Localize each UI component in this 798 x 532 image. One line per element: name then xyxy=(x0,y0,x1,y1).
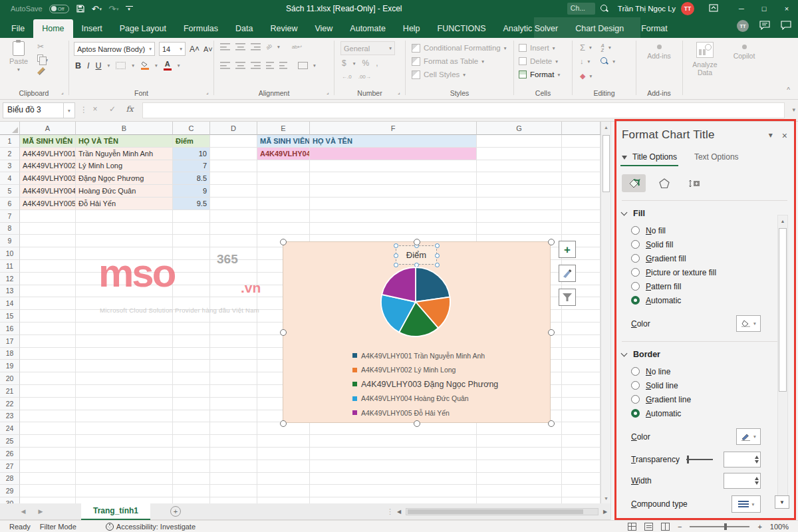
row-header-1[interactable]: 1 xyxy=(0,135,20,148)
cell[interactable] xyxy=(76,360,173,372)
hscroll-left-icon[interactable]: ◀ xyxy=(394,509,404,515)
copy-button[interactable]: ▾ xyxy=(37,55,48,64)
cell[interactable] xyxy=(76,448,173,460)
legend-item[interactable]: A4K49VLHY002 Lý Minh Long xyxy=(352,363,498,378)
cell[interactable] xyxy=(20,235,76,247)
pane-close-icon[interactable]: × xyxy=(782,130,787,141)
wrap-text-icon[interactable]: ab↩ xyxy=(292,44,303,50)
cell[interactable] xyxy=(562,223,600,235)
italic-icon[interactable]: I xyxy=(87,61,89,70)
grow-font-icon[interactable]: A˄ xyxy=(190,45,200,54)
bold-icon[interactable]: B xyxy=(75,61,81,70)
cell[interactable] xyxy=(76,223,173,235)
close-button[interactable]: × xyxy=(775,0,798,17)
chart-selection-handle[interactable] xyxy=(548,329,555,336)
cell[interactable] xyxy=(20,422,76,435)
row-header-20[interactable]: 20 xyxy=(0,372,20,385)
col-header-D[interactable]: D xyxy=(210,122,257,135)
tab-insert[interactable]: Insert xyxy=(73,19,111,38)
cell[interactable] xyxy=(173,398,210,410)
row-header-2[interactable]: 2 xyxy=(0,148,20,160)
row-header-21[interactable]: 21 xyxy=(0,385,20,398)
cell[interactable] xyxy=(477,185,562,198)
fill-section-header[interactable]: Fill xyxy=(622,209,787,218)
cell-B4[interactable]: Đặng Ngọc Phương xyxy=(76,172,173,185)
radio-automatic[interactable]: Automatic xyxy=(631,406,787,420)
cell[interactable] xyxy=(76,385,173,398)
cell-F1[interactable]: HỌ VÀ TÊN xyxy=(310,135,477,148)
cell[interactable] xyxy=(310,148,477,160)
cell[interactable] xyxy=(210,235,257,247)
font-color-icon[interactable]: A xyxy=(164,61,172,70)
size-properties-icon[interactable] xyxy=(683,174,707,192)
tab-view[interactable]: View xyxy=(306,19,341,38)
row-header-30[interactable]: 30 xyxy=(0,497,20,503)
cell[interactable] xyxy=(76,473,173,485)
title-selection-handle[interactable] xyxy=(394,253,398,258)
cell[interactable] xyxy=(210,323,257,335)
tab-text-options[interactable]: Text Options xyxy=(694,152,739,166)
cell[interactable] xyxy=(210,473,257,485)
col-header-C[interactable]: C xyxy=(173,122,210,135)
cell[interactable] xyxy=(20,310,76,323)
align-left-icon[interactable] xyxy=(220,62,230,69)
align-top-icon[interactable] xyxy=(220,43,230,51)
collapse-ribbon-icon[interactable]: ^ xyxy=(787,86,790,94)
cell[interactable] xyxy=(173,348,210,360)
cell[interactable] xyxy=(76,285,173,298)
cell[interactable] xyxy=(310,185,477,198)
cell[interactable] xyxy=(20,460,76,473)
cell-C3[interactable]: 7 xyxy=(173,160,210,173)
radio-solid-fill[interactable]: Solid fill xyxy=(631,237,787,251)
cell[interactable] xyxy=(210,385,257,398)
tab-help[interactable]: Help xyxy=(394,19,429,38)
cell[interactable] xyxy=(76,372,173,385)
cell[interactable] xyxy=(210,460,257,473)
cell[interactable] xyxy=(20,448,76,460)
chart-selection-handle[interactable] xyxy=(280,329,287,336)
horizontal-scrollbar[interactable] xyxy=(406,508,598,515)
cell[interactable] xyxy=(173,210,210,223)
cell[interactable] xyxy=(173,235,210,247)
row-header-25[interactable]: 25 xyxy=(0,435,20,448)
normal-view-icon[interactable] xyxy=(628,523,636,531)
zoom-out-icon[interactable]: − xyxy=(678,523,682,531)
autosave-toggle[interactable]: Off xyxy=(49,5,69,13)
cell[interactable] xyxy=(562,172,600,185)
row-header-9[interactable]: 9 xyxy=(0,235,20,247)
undo-button[interactable]: ↶▾ xyxy=(92,5,102,13)
cell[interactable] xyxy=(562,448,600,460)
radio-gradient-line[interactable]: Gradient line xyxy=(631,392,787,406)
tab-automate[interactable]: Automate xyxy=(341,19,394,38)
cell[interactable] xyxy=(310,485,477,497)
radio-no-line[interactable]: No line xyxy=(631,364,787,378)
merge-center-icon[interactable] xyxy=(298,62,308,69)
cell[interactable] xyxy=(20,323,76,335)
row-header-18[interactable]: 18 xyxy=(0,348,20,360)
ribbon-item-cell-styles[interactable]: Cell Styles▾ xyxy=(412,68,506,81)
row-header-17[interactable]: 17 xyxy=(0,335,20,348)
cell[interactable] xyxy=(310,198,477,210)
add-sheet-button[interactable]: + xyxy=(170,506,181,517)
cell[interactable] xyxy=(20,497,76,503)
row-header-19[interactable]: 19 xyxy=(0,360,20,372)
find-select-icon[interactable] xyxy=(600,57,608,65)
tab-data[interactable]: Data xyxy=(227,19,261,38)
cell[interactable] xyxy=(310,172,477,185)
ribbon-item-delete[interactable]: Delete▾ xyxy=(519,55,560,68)
col-header-A[interactable]: A xyxy=(20,122,76,135)
align-bottom-icon[interactable] xyxy=(251,43,261,51)
cell[interactable] xyxy=(477,485,562,497)
shrink-font-icon[interactable]: A˅ xyxy=(203,45,213,53)
cell-B6[interactable]: Đỗ Hải Yến xyxy=(76,198,173,210)
row-header-15[interactable]: 15 xyxy=(0,310,20,323)
cell[interactable] xyxy=(310,448,477,460)
cell[interactable] xyxy=(477,148,562,160)
autosum-icon[interactable]: Σ xyxy=(580,43,585,53)
col-header-G[interactable]: G xyxy=(477,122,562,135)
cell[interactable] xyxy=(562,460,600,473)
legend-item[interactable]: A4K49VLHY003 Đặng Ngọc Phương xyxy=(352,377,498,392)
chart-filters-button[interactable] xyxy=(559,289,576,306)
chart-title[interactable]: Điểm xyxy=(396,245,437,265)
cell-E2[interactable]: A4K49VLHY040 xyxy=(257,148,310,160)
